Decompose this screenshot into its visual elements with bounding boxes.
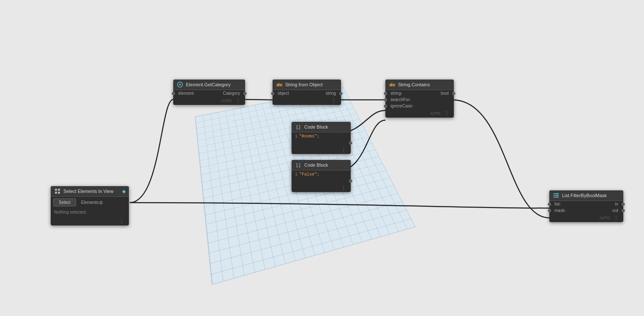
code-block-2-footer: ⋮ [292, 184, 351, 192]
svg-rect-2 [58, 189, 60, 191]
brackets-icon-2: [.] [295, 162, 302, 168]
element-arrow: › [194, 91, 195, 96]
category-label: Category [223, 91, 243, 96]
node-filter-title: List.FilterByBoolMask [562, 193, 607, 198]
ignorecase-input-port[interactable] [384, 104, 387, 108]
elements-output-port[interactable] [99, 201, 103, 204]
nothing-selected-text: Nothing selected. [51, 208, 129, 217]
filter-footer: AUTO ⋮ [549, 214, 623, 222]
code-1-string: "Rooms"; [299, 134, 319, 139]
mask-input-label: mask [551, 208, 565, 213]
object-label: object [274, 91, 289, 96]
code-2-string: "False"; [299, 172, 319, 177]
get-category-menu[interactable]: ⋮ [233, 97, 243, 104]
filter-menu[interactable]: ⋮ [611, 214, 621, 221]
code1-output-port[interactable] [349, 141, 352, 145]
node-string-contains: abc String.Contains string › bool search… [385, 80, 454, 118]
bool-output-port[interactable] [452, 92, 456, 95]
svg-rect-3 [55, 192, 57, 194]
node-string-from-object: abc String from Object object string ⋮ [273, 80, 341, 105]
string-from-object-menu[interactable]: ⋮ [329, 97, 338, 104]
node-code-block-1-title: Code Block [304, 124, 328, 129]
node-string-from-object-header: abc String from Object [273, 80, 341, 90]
brackets-icon-1: [.] [295, 124, 302, 130]
node-filter-by-bool-mask: List.FilterByBoolMask list › in mask › o… [549, 190, 623, 222]
select-elements-menu[interactable]: ⋮ [117, 218, 126, 225]
node-get-category: Element.GetCategory element › Category A… [173, 80, 245, 105]
string-from-object-ports: object string [273, 90, 341, 96]
node-code-block-2-title: Code Block [304, 162, 328, 168]
select-button[interactable]: Select [53, 198, 76, 206]
node-string-from-object-title: String from Object [285, 82, 323, 87]
list-input-port[interactable] [548, 203, 551, 206]
string-input-port[interactable] [384, 92, 387, 95]
string-contains-menu[interactable]: ⋮ [442, 110, 451, 117]
element-input-port[interactable] [172, 92, 175, 95]
node-select-elements: Select Elements In View ◆ Select Element… [51, 186, 129, 225]
list-icon [553, 192, 559, 199]
select-elements-indicator: ◆ [122, 189, 126, 194]
node-code-block-2: [.] Code Block 1"False"; ⋮ [292, 160, 351, 192]
node-canvas[interactable]: Select Elements In View ◆ Select Element… [0, 0, 644, 316]
elements-port-label: Elements [78, 200, 99, 205]
ignorecase-label: ignoreCase [387, 104, 412, 108]
string-from-object-footer: ⋮ [273, 96, 341, 105]
searchfor-label: searchFor [387, 97, 409, 102]
abc-icon-2: abc [389, 81, 396, 88]
searchfor-input-port[interactable] [384, 98, 387, 102]
svg-rect-8 [555, 193, 559, 194]
string-contains-footer: AUTO ⋮ [385, 109, 454, 118]
out-output-port[interactable] [622, 209, 625, 212]
code2-output-port[interactable] [349, 179, 352, 183]
object-input-port[interactable] [271, 92, 274, 95]
select-elements-footer: ⋮ [51, 217, 129, 225]
get-category-footer: AUTO ⋮ [173, 96, 245, 105]
node-select-elements-header: Select Elements In View ◆ [51, 186, 129, 197]
code-block-2-menu[interactable]: ⋮ [339, 184, 348, 191]
element-label: element [175, 91, 194, 96]
filter-auto: AUTO [599, 216, 610, 220]
string-input-label: string [387, 91, 401, 96]
string-output-label: string [326, 91, 339, 96]
svg-rect-11 [554, 197, 555, 198]
category-output-port[interactable] [243, 92, 247, 95]
svg-rect-7 [554, 193, 555, 194]
node-get-category-title: Element.GetCategory [186, 82, 231, 87]
code-1-line-num: 1 [295, 134, 297, 139]
svg-rect-1 [55, 189, 57, 191]
node-string-contains-header: abc String.Contains [385, 80, 454, 90]
string-output-port[interactable] [339, 92, 343, 95]
string-contains-auto: AUTO [430, 111, 440, 115]
filter-port-mask: mask › out [549, 207, 623, 214]
node-filter-header: List.FilterByBoolMask [549, 190, 623, 201]
node-select-elements-title: Select Elements In View [63, 189, 113, 194]
abc-icon-1: abc [276, 81, 283, 88]
in-output-label: in [615, 202, 622, 206]
code-block-1-content: 1"Rooms"; [292, 132, 351, 140]
get-category-ports: element › Category [173, 90, 245, 96]
code-2-line-num: 1 [295, 172, 297, 177]
svg-rect-10 [555, 195, 559, 196]
node-string-contains-title: String.Contains [398, 82, 430, 87]
list-input-label: list [551, 202, 559, 206]
node-code-block-1: [.] Code Block 1"Rooms"; ⋮ [292, 122, 351, 154]
svg-point-6 [179, 84, 181, 85]
filter-port-list: list › in [549, 201, 623, 207]
circle-icon [177, 81, 183, 88]
out-output-label: out [612, 208, 622, 213]
node-get-category-header: Element.GetCategory [173, 80, 245, 90]
svg-rect-4 [58, 192, 60, 194]
mask-input-port[interactable] [548, 209, 551, 212]
get-category-auto: AUTO [221, 99, 232, 103]
code-block-2-content: 1"False"; [292, 170, 351, 179]
svg-rect-9 [554, 195, 555, 196]
in-output-port[interactable] [622, 203, 625, 206]
code-block-1-footer: ⋮ [292, 146, 351, 154]
code-block-1-menu[interactable]: ⋮ [339, 146, 348, 153]
svg-rect-12 [555, 197, 559, 198]
node-code-block-1-header: [.] Code Block [292, 122, 351, 132]
grid-icon [54, 188, 61, 195]
node-code-block-2-header: [.] Code Block [292, 160, 351, 170]
bool-output-label: bool [441, 91, 452, 96]
string-contains-port1: string › bool [385, 90, 454, 96]
